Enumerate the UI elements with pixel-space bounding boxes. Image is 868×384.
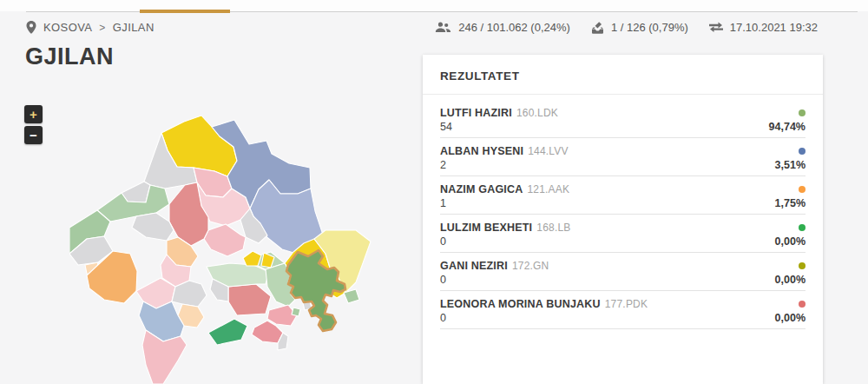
transfer-arrows-icon xyxy=(709,22,723,33)
breadcrumb: KOSOVA > GJILAN xyxy=(26,21,155,34)
page-title: GJILAN xyxy=(25,43,114,70)
map-region-fushe-kosove[interactable] xyxy=(204,224,246,256)
zoom-in-button[interactable]: + xyxy=(24,105,43,123)
page: { "topbar": { "accent_color": "#c9963f" … xyxy=(0,0,868,384)
vote-count: 54 xyxy=(440,121,452,133)
voters-value: 246 / 101.062 (0,24%) xyxy=(458,21,570,34)
vote-count: 0 xyxy=(440,312,446,324)
result-row[interactable]: GANI NEZIRI 172.GN 0 0,00% xyxy=(440,253,806,291)
party-code: 121.AAK xyxy=(527,183,569,195)
vote-percent: 3,51% xyxy=(775,159,806,171)
vote-percent: 0,00% xyxy=(775,235,806,248)
stations-stat: 1 / 126 (0,79%) xyxy=(591,21,688,34)
results-list: LUTFI HAZIRI 160.LDK 54 94,74% ALBAN HYS… xyxy=(423,95,823,329)
party-color-dot xyxy=(799,301,806,308)
zoom-out-button[interactable]: − xyxy=(24,126,43,144)
result-row[interactable]: ALBAN HYSENI 144.LVV 2 3,51% xyxy=(440,138,806,176)
map-zoom-controls: + − xyxy=(24,105,43,144)
candidate-name: GANI NEZIRI xyxy=(440,260,508,272)
map-region-viti[interactable] xyxy=(267,305,297,326)
results-panel-title: REZULTATET xyxy=(423,55,823,95)
vote-count: 0 xyxy=(440,274,446,286)
candidate-name: LULZIM BEXHETI xyxy=(440,222,532,234)
result-row[interactable]: LULZIM BEXHETI 168.LB 0 0,00% xyxy=(440,215,806,253)
result-row[interactable]: LEONORA MORINA BUNJAKU 177.PDK 0 0,00% xyxy=(440,291,806,329)
party-color-dot xyxy=(799,186,806,193)
voters-stat: 246 / 101.062 (0,24%) xyxy=(435,21,570,34)
party-code: 172.GN xyxy=(512,260,549,272)
party-color-dot xyxy=(799,262,806,269)
party-code: 144.LVV xyxy=(528,145,569,157)
breadcrumb-root-link[interactable]: KOSOVA xyxy=(43,21,92,34)
candidate-name: LEONORA MORINA BUNJAKU xyxy=(440,298,601,310)
active-tab-underline xyxy=(140,10,230,13)
vote-percent: 0,00% xyxy=(775,312,806,324)
updated-value: 17.10.2021 19:32 xyxy=(730,21,818,34)
party-color-dot xyxy=(799,148,806,155)
vote-count: 0 xyxy=(440,235,446,248)
stats-bar: 246 / 101.062 (0,24%) 1 / 126 (0,79%) 17… xyxy=(435,21,818,34)
party-code: 177.PDK xyxy=(605,298,648,310)
breadcrumb-current: GJILAN xyxy=(113,21,155,34)
results-panel: REZULTATET LUTFI HAZIRI 160.LDK 54 94,74… xyxy=(423,55,823,384)
vote-percent: 1,75% xyxy=(775,197,806,209)
candidate-name: ALBAN HYSENI xyxy=(440,145,523,157)
ballot-box-icon xyxy=(591,22,604,34)
vote-count: 1 xyxy=(440,197,446,209)
result-row[interactable]: LUTFI HAZIRI 160.LDK 54 94,74% xyxy=(440,100,806,138)
map-region-shterpce[interactable] xyxy=(208,319,247,345)
candidate-name: NAZIM GAGICA xyxy=(440,183,523,195)
result-row[interactable]: NAZIM GAGICA 121.AAK 1 1,75% xyxy=(440,176,806,215)
party-code: 160.LDK xyxy=(516,107,558,119)
breadcrumb-separator: > xyxy=(99,22,105,34)
updated-stat: 17.10.2021 19:32 xyxy=(709,21,818,34)
map-region-kllokot[interactable] xyxy=(292,308,300,316)
top-strip xyxy=(0,0,868,11)
kosovo-map[interactable] xyxy=(69,109,417,384)
voters-icon xyxy=(435,22,451,33)
location-pin-icon xyxy=(26,21,36,34)
map-container xyxy=(69,109,417,384)
vote-percent: 94,74% xyxy=(769,121,806,133)
vote-count: 2 xyxy=(440,159,446,171)
map-region-kline[interactable] xyxy=(132,213,174,241)
party-code: 168.LB xyxy=(536,222,570,234)
party-color-dot xyxy=(799,109,806,116)
vote-percent: 0,00% xyxy=(775,274,806,286)
candidate-name: LUTFI HAZIRI xyxy=(440,107,512,119)
map-region-ferizaj[interactable] xyxy=(228,284,271,315)
party-color-dot xyxy=(799,224,806,231)
map-region-obiliq[interactable] xyxy=(243,251,261,266)
stations-value: 1 / 126 (0,79%) xyxy=(611,21,688,34)
